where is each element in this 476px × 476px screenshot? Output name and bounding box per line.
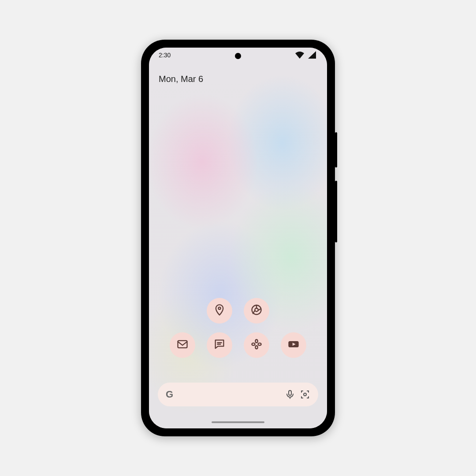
home-layer: 2:30 Mon, Mar 6	[149, 48, 327, 428]
screen: 2:30 Mon, Mar 6	[149, 48, 327, 428]
status-time: 2:30	[159, 52, 171, 59]
gmail-icon	[176, 338, 189, 352]
svg-point-0	[218, 307, 220, 309]
youtube-app[interactable]	[281, 332, 306, 358]
chrome-icon	[250, 304, 263, 318]
gmail-app[interactable]	[170, 332, 195, 358]
status-icons	[294, 50, 317, 60]
phone-frame: 2:30 Mon, Mar 6	[141, 40, 335, 436]
gesture-nav-handle[interactable]	[212, 421, 264, 423]
chrome-app[interactable]	[244, 298, 269, 324]
lens-icon[interactable]	[300, 389, 310, 400]
svg-point-6	[304, 393, 306, 396]
app-icon-grid	[149, 298, 327, 358]
youtube-icon	[287, 338, 300, 352]
svg-rect-5	[289, 390, 291, 395]
messages-icon	[213, 338, 226, 352]
status-bar: 2:30	[149, 48, 327, 63]
date-widget[interactable]: Mon, Mar 6	[159, 74, 203, 84]
photos-icon	[250, 338, 263, 352]
mic-icon[interactable]	[285, 389, 295, 400]
volume-button[interactable]	[335, 181, 337, 242]
app-row-2	[170, 332, 306, 358]
maps-app[interactable]	[207, 298, 232, 324]
maps-icon	[213, 304, 226, 318]
cellular-icon	[307, 50, 317, 60]
app-row-1	[207, 298, 269, 324]
photos-app[interactable]	[244, 332, 269, 358]
messages-app[interactable]	[207, 332, 232, 358]
search-bar[interactable]: G	[158, 383, 318, 406]
power-button[interactable]	[335, 132, 337, 167]
svg-rect-3	[178, 341, 187, 348]
wifi-icon	[294, 50, 305, 60]
stage: 2:30 Mon, Mar 6	[0, 0, 476, 476]
google-g-icon: G	[166, 389, 173, 400]
